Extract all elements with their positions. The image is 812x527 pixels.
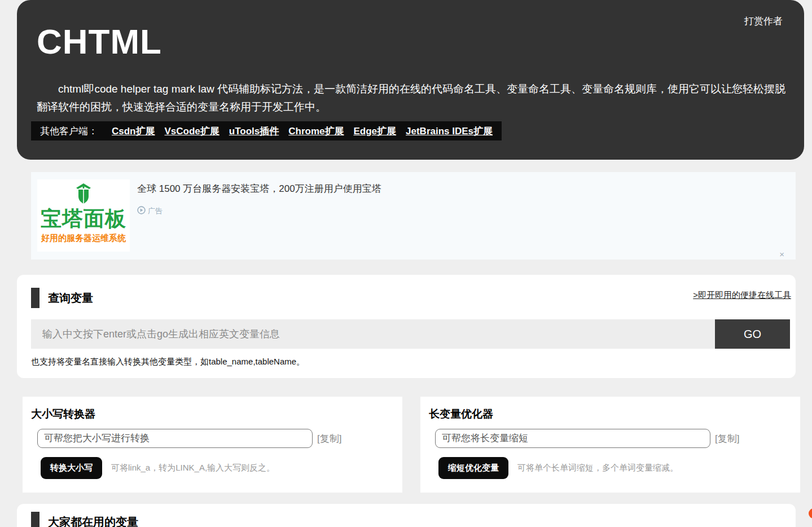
shorten-variable-button[interactable]: 缩短优化变量	[438, 457, 508, 479]
popular-variables-section: 大家都在用的变量	[17, 504, 796, 527]
client-link-chrome[interactable]: Chrome扩展	[288, 125, 344, 138]
case-converter-input[interactable]	[37, 429, 313, 448]
query-note: 也支持将变量名直接输入转换其他变量类型，如table_name,tableNam…	[31, 357, 305, 367]
case-converter-panel: 大小写转换器 [复制] 转换大小写 可将link_a，转为LINK_A,输入大写…	[23, 397, 402, 493]
client-link-edge[interactable]: Edge扩展	[353, 125, 396, 138]
ad-logo-tagline: 好用的服务器运维系统	[37, 233, 130, 244]
ad-logo[interactable]: 宝塔面板 好用的服务器运维系统	[37, 179, 130, 252]
ad-label: 广告	[148, 206, 163, 216]
case-converter-title: 大小写转换器	[31, 407, 402, 421]
long-variable-optimizer-panel: 长变量优化器 [复制] 缩短优化变量 可将单个长单词缩短，多个单词变量缩减。	[420, 397, 800, 493]
page: { "header": { "title": "CHTML", "reward_…	[0, 0, 812, 527]
case-converter-action-row: 转换大小写 可将link_a，转为LINK_A,输入大写则反之。	[41, 457, 402, 479]
query-input[interactable]	[31, 319, 715, 349]
floating-widget-icon[interactable]	[809, 508, 812, 519]
site-description: chtml即code helper tag mark law 代码辅助标记方法，…	[37, 80, 787, 116]
client-link-jetbrains[interactable]: JetBrains IDEs扩展	[406, 125, 493, 138]
site-title: CHTML	[37, 21, 162, 62]
clients-bar: 其他客户端： Csdn扩展 VsCode扩展 uTools插件 Chrome扩展…	[31, 121, 502, 140]
ad-label-row[interactable]: 广告	[137, 206, 163, 216]
query-variable-section: 查询变量 >即开即用的便捷在线工具 GO 也支持将变量名直接输入转换其他变量类型…	[17, 275, 796, 378]
query-input-row: GO	[31, 319, 790, 349]
client-link-vscode[interactable]: VsCode扩展	[165, 125, 220, 138]
optimizer-action-row: 缩短优化变量 可将单个长单词缩短，多个单词变量缩减。	[438, 457, 800, 479]
optimizer-input-row: [复制]	[435, 429, 800, 448]
clients-label: 其他客户端：	[40, 125, 98, 138]
reward-author-link[interactable]: 打赏作者	[744, 15, 783, 28]
heading-accent-bar	[31, 288, 39, 308]
convert-case-button[interactable]: 转换大小写	[41, 457, 102, 479]
ad-banner[interactable]: 宝塔面板 好用的服务器运维系统 全球 1500 万台服务器安装宝塔，200万注册…	[31, 172, 796, 260]
ad-headline[interactable]: 全球 1500 万台服务器安装宝塔，200万注册用户使用宝塔	[137, 182, 381, 195]
case-converter-input-row: [复制]	[37, 429, 402, 448]
popular-title: 大家都在用的变量	[48, 515, 138, 527]
case-converter-hint: 可将link_a，转为LINK_A,输入大写则反之。	[111, 463, 275, 473]
client-link-csdn[interactable]: Csdn扩展	[112, 125, 155, 138]
optimizer-input[interactable]	[435, 429, 710, 448]
optimizer-hint: 可将单个长单词缩短，多个单词变量缩减。	[517, 463, 678, 473]
optimizer-title: 长变量优化器	[429, 407, 800, 421]
ad-close-icon[interactable]: ×	[779, 250, 784, 258]
client-link-utools[interactable]: uTools插件	[229, 125, 279, 138]
header: 打赏作者 CHTML chtml即code helper tag mark la…	[17, 0, 804, 160]
online-tools-link[interactable]: >即开即用的便捷在线工具	[693, 290, 791, 301]
heading-accent-bar	[31, 512, 39, 527]
popular-heading: 大家都在用的变量	[31, 512, 138, 527]
ad-logo-brand: 宝塔面板	[37, 208, 130, 231]
optimizer-copy-link[interactable]: [复制]	[715, 432, 739, 445]
go-button[interactable]: GO	[715, 319, 790, 349]
adchoices-icon	[137, 206, 146, 216]
pagoda-shield-icon	[37, 183, 130, 208]
case-converter-copy-link[interactable]: [复制]	[317, 432, 341, 445]
query-heading: 查询变量	[31, 288, 93, 308]
query-title: 查询变量	[48, 291, 93, 306]
